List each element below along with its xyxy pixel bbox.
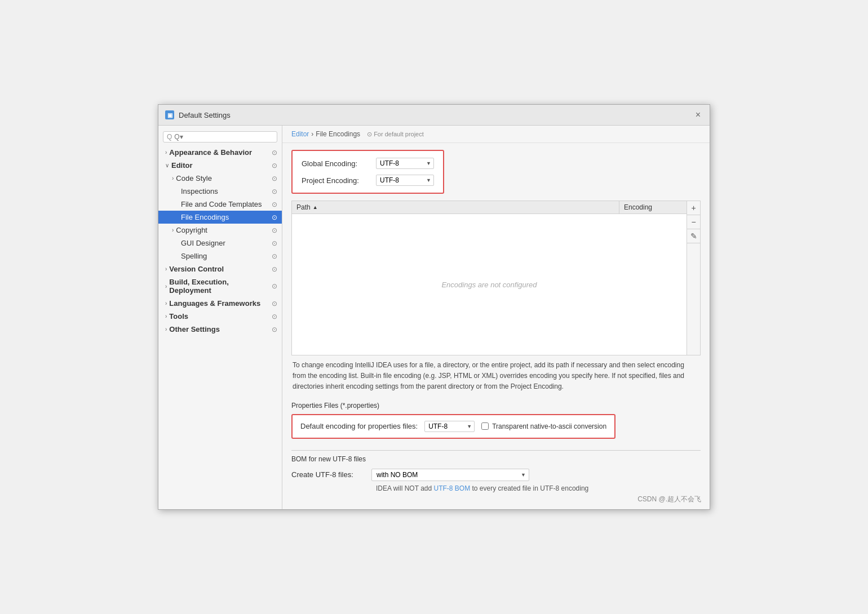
- breadcrumb-editor[interactable]: Editor: [291, 130, 309, 138]
- sidebar-item-inspections[interactable]: Inspections⊙: [158, 185, 282, 198]
- search-input[interactable]: [174, 133, 273, 141]
- sidebar-item-version-control[interactable]: ›Version Control⊙: [158, 262, 282, 275]
- dialog-body: Q ›Appearance & Behavior⊙∨Editor⊙›Code S…: [158, 126, 710, 509]
- sidebar-item-label-build-execution-deployment: Build, Execution, Deployment: [169, 278, 272, 295]
- bom-row: Create UTF-8 files: with NO BOM with BOM: [291, 469, 701, 481]
- sidebar-item-label-version-control: Version Control: [169, 265, 224, 273]
- bom-hint-prefix: IDEA will NOT add: [376, 484, 433, 492]
- project-encoding-row: Project Encoding: UTF-8 ISO-8859-1 windo…: [302, 175, 434, 186]
- table-add-button[interactable]: +: [687, 201, 700, 215]
- sidebar: Q ›Appearance & Behavior⊙∨Editor⊙›Code S…: [158, 126, 282, 509]
- sidebar-item-file-and-code-templates[interactable]: File and Code Templates⊙: [158, 198, 282, 211]
- sidebar-item-icon-editor: ⊙: [272, 162, 277, 170]
- encoding-box: Global Encoding: UTF-8 ISO-8859-1 window…: [291, 150, 444, 194]
- sidebar-item-label-gui-designer: GUI Designer: [181, 239, 225, 247]
- sidebar-item-label-file-and-code-templates: File and Code Templates: [181, 200, 262, 208]
- table-header: Path ▲ Encoding: [292, 201, 687, 214]
- path-encoding-table-container: Path ▲ Encoding Encodings are not config…: [291, 201, 701, 355]
- dialog-title: Default Settings: [179, 111, 231, 119]
- sidebar-item-file-encodings[interactable]: File Encodings⊙: [158, 211, 282, 224]
- sidebar-item-tools[interactable]: ›Tools⊙: [158, 310, 282, 323]
- breadcrumb-sep: ›: [311, 130, 313, 138]
- sidebar-item-copyright[interactable]: ›Copyright⊙: [158, 224, 282, 237]
- bom-select-wrapper[interactable]: with NO BOM with BOM: [371, 469, 529, 481]
- breadcrumb-note: ⊙ For default project: [367, 131, 424, 138]
- sidebar-item-icon-inspections: ⊙: [272, 188, 277, 195]
- bom-create-label: Create UTF-8 files:: [291, 470, 365, 479]
- sidebar-item-icon-languages-frameworks: ⊙: [272, 300, 277, 308]
- description-text: To change encoding IntelliJ IDEA uses fo…: [291, 360, 701, 393]
- project-encoding-label: Project Encoding:: [302, 176, 369, 185]
- nav-arrow-other-settings: ›: [165, 326, 167, 332]
- table-col-path-header[interactable]: Path ▲: [292, 201, 619, 213]
- nav-arrow-build-execution-deployment: ›: [165, 283, 167, 290]
- table-wrapper: Path ▲ Encoding Encodings are not config…: [291, 201, 687, 355]
- table-edit-button[interactable]: ✎: [687, 229, 700, 243]
- sidebar-item-label-spelling: Spelling: [181, 252, 207, 260]
- sidebar-item-other-settings[interactable]: ›Other Settings⊙: [158, 323, 282, 336]
- sidebar-item-languages-frameworks[interactable]: ›Languages & Frameworks⊙: [158, 297, 282, 310]
- global-encoding-select-wrapper[interactable]: UTF-8 ISO-8859-1 windows-1252: [376, 158, 434, 169]
- nav-arrow-code-style: ›: [172, 175, 174, 181]
- nav-arrow-editor: ∨: [165, 162, 169, 168]
- sidebar-item-label-inspections: Inspections: [181, 187, 218, 195]
- titlebar-left: ▣ Default Settings: [165, 110, 231, 119]
- properties-box: Default encoding for properties files: U…: [291, 414, 615, 439]
- sidebar-item-icon-copyright: ⊙: [272, 226, 277, 234]
- watermark: CSDN @.超人不会飞: [637, 495, 701, 504]
- breadcrumb: Editor › File Encodings ⊙ For default pr…: [282, 126, 710, 143]
- app-icon: ▣: [165, 110, 174, 119]
- sidebar-item-appearance-behavior[interactable]: ›Appearance & Behavior⊙: [158, 146, 282, 159]
- bom-select[interactable]: with NO BOM with BOM: [371, 469, 529, 481]
- properties-encoding-label: Default encoding for properties files:: [300, 422, 418, 430]
- sidebar-item-icon-build-execution-deployment: ⊙: [272, 282, 277, 290]
- search-box[interactable]: Q: [163, 131, 277, 143]
- close-button[interactable]: ×: [693, 109, 703, 121]
- table-remove-button[interactable]: −: [687, 215, 700, 229]
- bom-section-title: BOM for new UTF-8 files: [291, 450, 701, 463]
- sidebar-item-editor[interactable]: ∨Editor⊙: [158, 159, 282, 172]
- bom-hint: IDEA will NOT add UTF-8 BOM to every cre…: [376, 484, 701, 492]
- sidebar-item-icon-gui-designer: ⊙: [272, 239, 277, 247]
- bom-hint-link[interactable]: UTF-8 BOM: [433, 484, 470, 492]
- properties-encoding-select-wrapper[interactable]: UTF-8 ISO-8859-1: [424, 421, 475, 432]
- titlebar: ▣ Default Settings ×: [158, 105, 710, 126]
- sidebar-item-icon-spelling: ⊙: [272, 252, 277, 260]
- sidebar-item-label-appearance-behavior: Appearance & Behavior: [169, 148, 252, 157]
- sidebar-item-icon-code-style: ⊙: [272, 175, 277, 183]
- sidebar-item-icon-version-control: ⊙: [272, 265, 277, 273]
- global-encoding-label: Global Encoding:: [302, 159, 369, 168]
- sidebar-item-label-code-style: Code Style: [176, 174, 212, 183]
- main-content: Editor › File Encodings ⊙ For default pr…: [282, 126, 710, 509]
- sidebar-nav: ›Appearance & Behavior⊙∨Editor⊙›Code Sty…: [158, 146, 282, 336]
- bom-section: BOM for new UTF-8 files Create UTF-8 fil…: [291, 450, 701, 492]
- breadcrumb-current: File Encodings: [316, 130, 360, 138]
- sidebar-item-build-execution-deployment[interactable]: ›Build, Execution, Deployment⊙: [158, 275, 282, 297]
- properties-encoding-select[interactable]: UTF-8 ISO-8859-1: [424, 421, 475, 432]
- search-icon: Q: [167, 133, 172, 141]
- nav-arrow-version-control: ›: [165, 266, 167, 272]
- sidebar-item-label-editor: Editor: [171, 161, 193, 170]
- sidebar-item-icon-file-encodings: ⊙: [272, 213, 277, 221]
- properties-section-title: Properties Files (*.properties): [291, 402, 701, 410]
- table-col-encoding-header[interactable]: Encoding: [619, 201, 687, 213]
- sidebar-item-icon-tools: ⊙: [272, 313, 277, 321]
- transparent-conversion-label: Transparent native-to-ascii conversion: [492, 422, 606, 430]
- sidebar-item-icon-appearance-behavior: ⊙: [272, 149, 277, 157]
- transparent-conversion-row: Transparent native-to-ascii conversion: [481, 422, 606, 430]
- nav-arrow-appearance-behavior: ›: [165, 149, 167, 155]
- table-empty-message: Encodings are not configured: [292, 214, 687, 355]
- global-encoding-select[interactable]: UTF-8 ISO-8859-1 windows-1252: [376, 158, 434, 169]
- project-encoding-select[interactable]: UTF-8 ISO-8859-1 windows-1252: [376, 175, 434, 186]
- sidebar-item-label-languages-frameworks: Languages & Frameworks: [169, 299, 260, 308]
- sidebar-item-code-style[interactable]: ›Code Style⊙: [158, 172, 282, 185]
- nav-arrow-languages-frameworks: ›: [165, 300, 167, 306]
- sidebar-item-icon-file-and-code-templates: ⊙: [272, 201, 277, 208]
- sidebar-item-label-other-settings: Other Settings: [169, 325, 220, 333]
- project-encoding-select-wrapper[interactable]: UTF-8 ISO-8859-1 windows-1252: [376, 175, 434, 186]
- transparent-conversion-checkbox[interactable]: [481, 422, 489, 430]
- sidebar-item-spelling[interactable]: Spelling⊙: [158, 250, 282, 262]
- sidebar-item-gui-designer[interactable]: GUI Designer⊙: [158, 237, 282, 250]
- settings-dialog: ▣ Default Settings × Q ›Appearance & Beh…: [158, 104, 710, 510]
- nav-arrow-tools: ›: [165, 313, 167, 319]
